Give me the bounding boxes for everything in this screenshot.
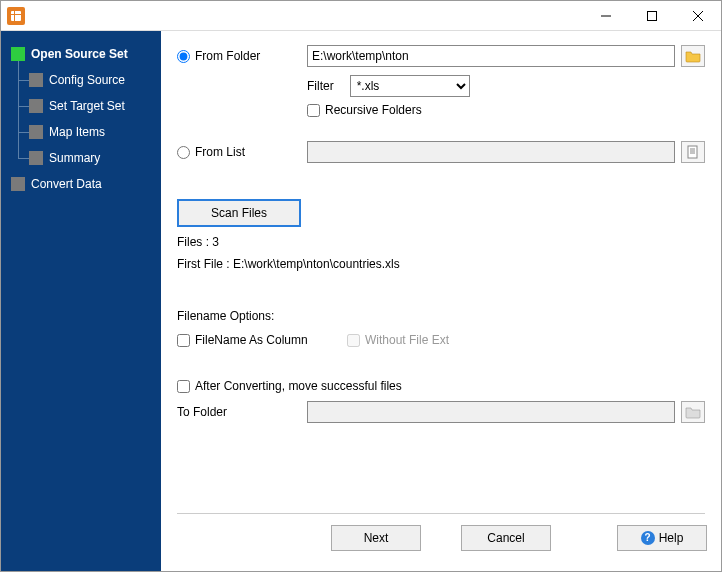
after-convert-label: After Converting, move successful files bbox=[195, 379, 402, 393]
maximize-button[interactable] bbox=[629, 1, 675, 31]
sidebar-item-label: Config Source bbox=[49, 73, 125, 87]
help-button[interactable]: ? Help bbox=[617, 525, 707, 551]
next-button[interactable]: Next bbox=[331, 525, 421, 551]
from-list-label: From List bbox=[195, 145, 245, 159]
footer: Next Cancel ? Help bbox=[177, 513, 705, 561]
list-path-input bbox=[307, 141, 675, 163]
titlebar-left bbox=[1, 7, 25, 25]
square-icon bbox=[29, 151, 43, 165]
help-label: Help bbox=[659, 531, 684, 545]
filename-options-row: FileName As Column Without File Ext bbox=[177, 333, 705, 347]
titlebar bbox=[1, 1, 721, 31]
from-folder-label: From Folder bbox=[195, 49, 260, 63]
filename-as-column-checkbox[interactable]: FileName As Column bbox=[177, 333, 347, 347]
after-convert-checkbox[interactable]: After Converting, move successful files bbox=[177, 379, 402, 393]
square-icon bbox=[11, 47, 25, 61]
sidebar-item-label: Summary bbox=[49, 151, 100, 165]
sidebar-item-config-source[interactable]: Config Source bbox=[1, 67, 161, 93]
svg-rect-4 bbox=[688, 146, 697, 158]
recursive-checkbox-input[interactable] bbox=[307, 104, 320, 117]
without-ext-checkbox: Without File Ext bbox=[347, 333, 449, 347]
filename-as-column-input[interactable] bbox=[177, 334, 190, 347]
main-panel: From Folder Filter *.xls bbox=[161, 31, 721, 571]
file-icon bbox=[685, 145, 701, 159]
without-ext-label: Without File Ext bbox=[365, 333, 449, 347]
square-icon bbox=[29, 125, 43, 139]
scan-files-button[interactable]: Scan Files bbox=[177, 199, 301, 227]
sidebar-item-label: Map Items bbox=[49, 125, 105, 139]
app-window: Open Source Set Config Source Set Target… bbox=[0, 0, 722, 572]
from-list-radio-input[interactable] bbox=[177, 146, 190, 159]
help-icon: ? bbox=[641, 531, 655, 545]
first-file: First File : E:\work\temp\nton\countries… bbox=[177, 257, 705, 271]
filter-select[interactable]: *.xls bbox=[350, 75, 470, 97]
filename-options-heading: Filename Options: bbox=[177, 309, 705, 323]
sidebar-item-label: Set Target Set bbox=[49, 99, 125, 113]
filter-label: Filter bbox=[307, 79, 334, 93]
from-folder-radio[interactable]: From Folder bbox=[177, 49, 307, 63]
close-button[interactable] bbox=[675, 1, 721, 31]
sidebar-item-open-source-set[interactable]: Open Source Set bbox=[1, 41, 161, 67]
recursive-checkbox[interactable]: Recursive Folders bbox=[307, 103, 422, 117]
titlebar-controls bbox=[583, 1, 721, 31]
sidebar-item-label: Convert Data bbox=[31, 177, 102, 191]
sidebar-item-convert-data[interactable]: Convert Data bbox=[1, 171, 161, 197]
cancel-button[interactable]: Cancel bbox=[461, 525, 551, 551]
minimize-button[interactable] bbox=[583, 1, 629, 31]
from-folder-row: From Folder bbox=[177, 45, 705, 67]
sidebar-item-map-items[interactable]: Map Items bbox=[1, 119, 161, 145]
browse-folder-button[interactable] bbox=[681, 45, 705, 67]
browse-to-folder-button[interactable] bbox=[681, 401, 705, 423]
square-icon bbox=[29, 73, 43, 87]
sidebar: Open Source Set Config Source Set Target… bbox=[1, 31, 161, 571]
sidebar-item-summary[interactable]: Summary bbox=[1, 145, 161, 171]
body: Open Source Set Config Source Set Target… bbox=[1, 31, 721, 571]
filter-row: Filter *.xls bbox=[307, 75, 705, 97]
files-count: Files : 3 bbox=[177, 235, 705, 249]
recursive-label: Recursive Folders bbox=[325, 103, 422, 117]
square-icon bbox=[29, 99, 43, 113]
without-ext-input bbox=[347, 334, 360, 347]
from-folder-radio-input[interactable] bbox=[177, 50, 190, 63]
folder-icon bbox=[685, 49, 701, 63]
browse-list-button[interactable] bbox=[681, 141, 705, 163]
folder-icon bbox=[685, 405, 701, 419]
to-folder-label: To Folder bbox=[177, 405, 227, 419]
app-icon bbox=[7, 7, 25, 25]
sidebar-item-set-target-set[interactable]: Set Target Set bbox=[1, 93, 161, 119]
square-icon bbox=[11, 177, 25, 191]
to-folder-input bbox=[307, 401, 675, 423]
after-convert-row: After Converting, move successful files bbox=[177, 379, 705, 393]
svg-rect-1 bbox=[648, 11, 657, 20]
recursive-row: Recursive Folders bbox=[307, 103, 705, 117]
from-list-row: From List bbox=[177, 141, 705, 163]
to-folder-row: To Folder bbox=[177, 401, 705, 423]
filename-as-column-label: FileName As Column bbox=[195, 333, 308, 347]
from-list-radio[interactable]: From List bbox=[177, 145, 307, 159]
after-convert-input[interactable] bbox=[177, 380, 190, 393]
folder-path-input[interactable] bbox=[307, 45, 675, 67]
sidebar-item-label: Open Source Set bbox=[31, 47, 128, 61]
